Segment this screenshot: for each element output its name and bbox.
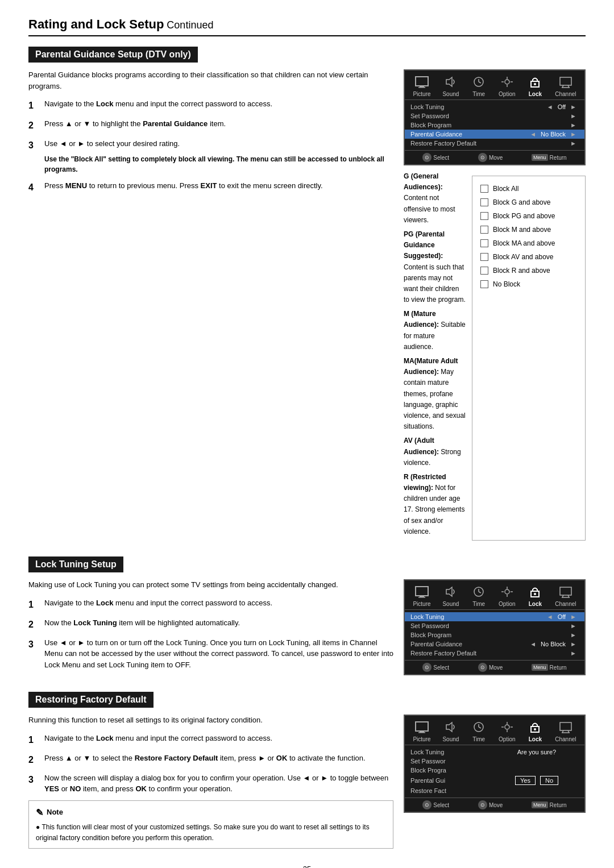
time-label-3: Time xyxy=(472,736,485,742)
menu-btn-3: Menu xyxy=(532,801,548,808)
checkbox-block-pg xyxy=(480,212,488,220)
step-3-text: Use ◄ or ► to select your desired rating… xyxy=(44,139,180,148)
tv-menu-3-rows: Lock Tuning Are you sure? Set Passwor Bl… xyxy=(405,745,584,798)
svg-point-49 xyxy=(534,728,536,730)
step-2-num: 2 xyxy=(28,119,39,132)
yes-button[interactable]: Yes xyxy=(515,776,536,785)
checkbox-block-g xyxy=(480,198,488,206)
rs-step-1: 1 Navigate to the Lock menu and input th… xyxy=(28,733,393,747)
tv-menu-icons-1: Picture Sound Time xyxy=(405,70,584,100)
option-block-all: Block All xyxy=(480,182,577,196)
icon3-lock-col: Lock xyxy=(527,719,543,742)
icon2-picture-col: Picture xyxy=(413,584,430,607)
lock-tuning-left: Making use of Lock Tuning you can protec… xyxy=(28,579,393,676)
rs-step-3: 3 Now the screen will display a dialog b… xyxy=(28,773,393,795)
svg-rect-1 xyxy=(420,86,424,87)
icon-time-col: Time xyxy=(471,74,487,97)
icon-channel-col: Channel xyxy=(555,74,576,97)
svg-rect-18 xyxy=(416,587,428,596)
svg-rect-37 xyxy=(420,731,424,732)
svg-point-13 xyxy=(534,83,536,85)
step-3-note: Use the "Block All" setting to completel… xyxy=(44,154,393,175)
svg-point-7 xyxy=(505,80,509,84)
lock-label-3: Lock xyxy=(529,736,542,742)
rating-options-box: Block All Block G and above Block PG and… xyxy=(472,176,586,541)
lt-step-3-text: Use ◄ or ► to turn on or turn off the Lo… xyxy=(44,637,393,671)
picture-label: Picture xyxy=(413,91,430,97)
step-1-num: 1 xyxy=(28,99,39,113)
sound-label: Sound xyxy=(442,91,459,97)
note-title: Note xyxy=(47,807,63,819)
lt-step-1-text: Navigate to the Lock menu and input the … xyxy=(44,597,272,612)
icon2-option-col: Option xyxy=(499,584,515,607)
option-no-block: No Block xyxy=(480,277,577,291)
menu2-row-restore: Restore Factory Default ► xyxy=(405,649,584,658)
step-4-num: 4 xyxy=(28,181,39,194)
option-block-g: Block G and above xyxy=(480,196,577,209)
step-3: 3 Use ◄ or ► to select your desired rati… xyxy=(28,138,393,175)
svg-rect-19 xyxy=(420,596,424,597)
lt-step-2-text: Now the Lock Tuning item will be highlig… xyxy=(44,617,240,632)
rating-av: AV (Adult Audience): Strong violence. xyxy=(404,435,466,468)
menu3-row-lock-tuning: Lock Tuning Are you sure? xyxy=(405,747,584,757)
time-label: Time xyxy=(472,91,485,97)
menu1-row-block-program: Block Program ► xyxy=(405,121,584,130)
checkbox-block-av xyxy=(480,253,488,261)
footer3-return: Menu Return xyxy=(532,800,567,809)
restore-steps: 1 Navigate to the Lock menu and input th… xyxy=(28,733,393,795)
option-block-m: Block M and above xyxy=(480,223,577,236)
dialog-are-you-sure: Are you sure? xyxy=(495,749,579,755)
step-1: 1 Navigate to the Lock menu and input th… xyxy=(28,98,393,113)
menu1-row-lock-tuning: Lock Tuning ◄ Off ► xyxy=(405,102,584,111)
select-btn-2: ⊙ xyxy=(422,663,432,672)
picture-icon xyxy=(414,74,430,90)
menu-btn-2: Menu xyxy=(532,664,548,671)
note-header: ✎ Note xyxy=(36,805,386,820)
rs-step-3-num: 3 xyxy=(28,773,39,795)
icon3-channel-col: Channel xyxy=(555,719,576,742)
icon2-lock-col: Lock xyxy=(527,584,543,607)
svg-rect-32 xyxy=(560,587,571,595)
no-button[interactable]: No xyxy=(540,776,558,785)
icon-picture-col: Picture xyxy=(413,74,430,97)
icon3-time-col: Time xyxy=(471,719,487,742)
option-label-3: Option xyxy=(499,736,515,742)
icon3-sound-col: Sound xyxy=(442,719,459,742)
parental-guidance-header: Parental Guidance Setup (DTV only) xyxy=(28,47,198,63)
page-title: Rating and Lock Setup Continued xyxy=(28,17,586,36)
rating-r: R (Restricted viewing): Not for children… xyxy=(404,472,466,537)
svg-point-43 xyxy=(505,725,509,729)
option-block-av: Block AV and above xyxy=(480,250,577,264)
lock-tuning-section: Lock Tuning Setup Making use of Lock Tun… xyxy=(28,556,586,676)
move-btn-3: ⊙ xyxy=(478,800,487,809)
lock-icon-3 xyxy=(527,719,543,735)
footer3-select: ⊙ Select xyxy=(422,800,449,809)
svg-rect-14 xyxy=(560,77,571,85)
lock-label-2: Lock xyxy=(529,601,542,607)
tv-menu-2-rows: Lock Tuning ◄ Off ► Set Password ► Block… xyxy=(405,610,584,660)
menu1-row-restore: Restore Factory Default ► xyxy=(405,139,584,148)
svg-point-25 xyxy=(505,589,509,594)
channel-icon xyxy=(558,74,574,90)
svg-rect-50 xyxy=(560,722,571,730)
icon3-picture-col: Picture xyxy=(413,719,430,742)
footer2-select: ⊙ Select xyxy=(422,663,449,672)
menu2-row-set-password: Set Password ► xyxy=(405,621,584,630)
svg-rect-20 xyxy=(418,597,425,598)
sound-icon-3 xyxy=(443,719,459,735)
parental-steps: 1 Navigate to the Lock menu and input th… xyxy=(28,98,393,194)
step-4: 4 Press MENU to return to previous menu.… xyxy=(28,180,393,194)
menu1-row-set-password: Set Password ► xyxy=(405,111,584,121)
option-block-r: Block R and above xyxy=(480,264,577,277)
channel-label: Channel xyxy=(555,91,576,97)
option-icon-2 xyxy=(499,584,515,600)
svg-rect-36 xyxy=(416,722,428,731)
menu3-row-restore: Restore Fact xyxy=(405,786,584,795)
menu3-row-parental: Parental Gui Yes No xyxy=(405,775,584,786)
tv-menu-2: Picture Sound Time xyxy=(404,579,586,675)
tv-menu-3-footer: ⊙ Select ⊙ Move Menu Return xyxy=(405,798,584,812)
tv-menu-3: Picture Sound Time xyxy=(404,715,586,813)
sound-icon-2 xyxy=(443,584,459,600)
icon2-channel-col: Channel xyxy=(555,584,576,607)
menu3-row-set-password: Set Passwor xyxy=(405,757,584,766)
